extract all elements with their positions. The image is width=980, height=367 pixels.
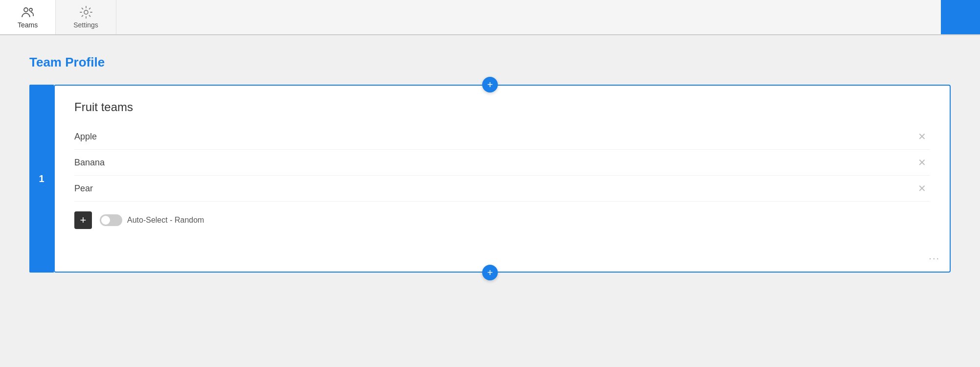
- svg-point-2: [84, 10, 88, 14]
- card-container: + 1 Fruit teams Apple ✕ Banana: [29, 85, 951, 273]
- remove-apple-button[interactable]: ✕: [914, 130, 930, 143]
- auto-select-container: Auto-Select - Random: [100, 214, 204, 226]
- member-name-banana: Banana: [74, 158, 105, 168]
- settings-icon: [79, 5, 93, 19]
- nav-right-button[interactable]: [941, 0, 980, 34]
- svg-point-0: [24, 8, 28, 12]
- svg-point-1: [29, 8, 32, 11]
- remove-pear-button[interactable]: ✕: [914, 182, 930, 195]
- settings-label: Settings: [73, 21, 98, 29]
- member-row-apple: Apple ✕: [74, 124, 930, 150]
- nav-item-teams[interactable]: Teams: [0, 0, 56, 34]
- main-content: Team Profile + 1 Fruit teams Apple ✕: [0, 35, 980, 302]
- teams-label: Teams: [18, 21, 38, 29]
- add-group-bottom-button[interactable]: +: [482, 265, 498, 280]
- member-name-apple: Apple: [74, 132, 97, 142]
- auto-select-toggle[interactable]: [100, 214, 122, 226]
- team-name: Fruit teams: [74, 100, 930, 114]
- page-title: Team Profile: [29, 55, 951, 70]
- teams-icon: [21, 5, 35, 19]
- member-row-pear: Pear ✕: [74, 176, 930, 202]
- add-member-row: + Auto-Select - Random: [74, 211, 930, 229]
- team-card-body: Fruit teams Apple ✕ Banana ✕ Pear ✕: [55, 86, 950, 272]
- add-group-top-button[interactable]: +: [482, 77, 498, 92]
- more-options-button[interactable]: ···: [929, 252, 940, 264]
- team-card: Fruit teams Apple ✕ Banana ✕ Pear ✕: [54, 85, 951, 273]
- top-nav: Teams Settings: [0, 0, 980, 35]
- nav-item-settings[interactable]: Settings: [56, 0, 116, 34]
- member-name-pear: Pear: [74, 184, 93, 194]
- auto-select-label: Auto-Select - Random: [127, 216, 204, 225]
- toggle-slider: [100, 214, 122, 226]
- team-card-inner: Fruit teams Apple ✕ Banana ✕ Pear ✕: [55, 86, 950, 272]
- member-row-banana: Banana ✕: [74, 150, 930, 176]
- group-number: 1: [29, 85, 54, 273]
- team-group-row: 1 Fruit teams Apple ✕ Banana ✕: [29, 85, 951, 273]
- remove-banana-button[interactable]: ✕: [914, 156, 930, 169]
- add-member-button[interactable]: +: [74, 211, 92, 229]
